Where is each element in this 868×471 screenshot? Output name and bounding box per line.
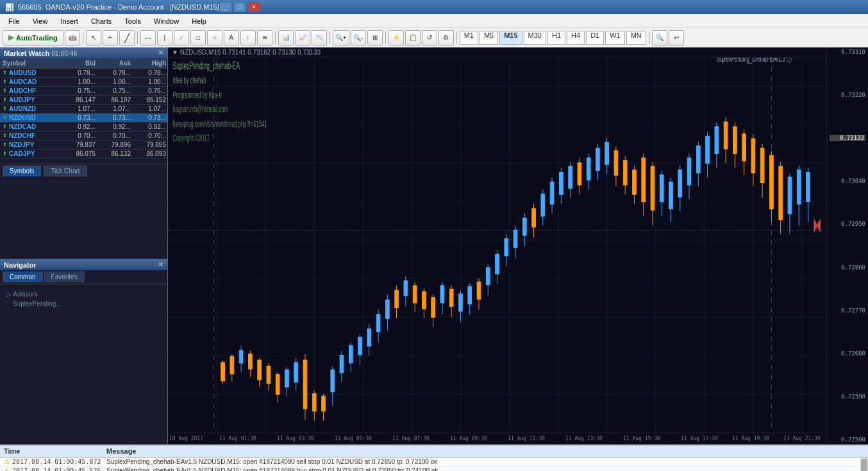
market-watch-row-audcad[interactable]: ⬆AUDCAD 1.00... 1.00... 1.00... 0.99 [0,78,167,87]
auto-trading-button[interactable]: ▶ AutoTrading [3,30,63,46]
market-watch-row-audchf[interactable]: ⬆AUDCHF 0.75... 0.75... 0.75... 0.75 [0,87,167,96]
toolbar-fib-btn[interactable]: ≋ [257,30,272,46]
toolbar-sep-3 [275,31,276,44]
toolbar-cursor-btn[interactable]: ↖ [86,30,101,46]
nav-tab-favorites[interactable]: Favorites [44,271,85,282]
toolbar-sep-5 [385,31,386,44]
toolbar-candles-btn[interactable]: 📊 [278,30,294,46]
menu-view[interactable]: View [27,15,54,27]
col-high: High [131,60,166,67]
toolbar-text-btn[interactable]: A [224,30,239,46]
timeframe-h4[interactable]: H4 [567,31,585,45]
mw-tab-symbols[interactable]: Symbols [3,166,41,176]
col-symbol: Symbol [3,60,60,67]
svg-rect-131 [696,146,700,173]
toolbar-trendline-btn[interactable]: ⟋ [174,30,189,46]
menu-help[interactable]: Help [186,15,212,27]
timeframe-mn[interactable]: MN [626,31,646,45]
menu-file[interactable]: File [3,15,26,27]
market-watch-row-nzdjpy[interactable]: ⬆NZDJPY 79.837 79.896 79.855 79.6 [0,141,167,150]
timeframe-m1[interactable]: M1 [460,31,478,45]
minimize-button[interactable]: _ [219,2,232,12]
toolbar-search-btn[interactable]: 🔍 [652,30,667,46]
toolbar-line-chart-btn[interactable]: 📉 [312,30,327,46]
nav-item[interactable]: ▷ Advisors [5,289,162,299]
timeframe-w1[interactable]: W1 [605,31,625,45]
svg-rect-103 [569,167,572,189]
log-header: Time Message [0,445,868,458]
navigator-close[interactable]: ✕ [158,261,163,269]
market-watch-row-audnzd[interactable]: ⬆AUDNZD 1.07... 1.07... 1.07... 1.07 [0,105,167,114]
toolbar-rect-btn[interactable]: □ [190,30,206,46]
symbol-high: 79.855 [131,141,166,148]
svg-rect-51 [331,370,335,392]
market-watch-row-audusd[interactable]: ⬆AUDUSD 0.78... 0.78... 0.78... 0.78 [0,69,167,78]
svg-rect-61 [376,314,380,331]
market-watch-row-nzdcad[interactable]: ⬆NZDCAD 0.92... 0.92... 0.92... 0.92 [0,123,167,132]
menubar: File View Insert Charts Tools Window Hel… [0,14,868,28]
market-watch-row-nzdusd[interactable]: ⬆NZDUSD 0.73... 0.73... 0.73... 0.72 [0,114,167,123]
maximize-button[interactable]: □ [233,2,246,12]
svg-rect-139 [733,127,737,153]
timeframe-h1[interactable]: H1 [547,31,565,45]
symbol-high: 0.75... [131,87,166,94]
toolbar-line-btn[interactable]: ╱ [119,30,135,46]
log-scrollbar-thumb[interactable] [861,459,867,471]
toolbar-templates-btn[interactable]: 📋 [405,30,421,46]
timeframe-d1[interactable]: D1 [586,31,604,45]
col-ask: Ask [96,60,131,67]
timeframe-m15[interactable]: M15 [499,31,522,45]
menu-charts[interactable]: Charts [85,15,117,27]
symbol-ask: 1.07... [96,105,131,112]
toolbar-vline-btn[interactable]: | [157,30,172,46]
menu-window[interactable]: Window [148,15,185,27]
timeframe-m5[interactable]: M5 [480,31,498,45]
toolbar-indicators-btn[interactable]: ⚡ [388,30,404,46]
app-icon: 📊 [5,3,14,12]
window-controls: _ □ ✕ [219,2,260,12]
toolbar-robot-btn[interactable]: 🤖 [65,30,80,46]
menu-tools[interactable]: Tools [119,15,147,27]
svg-rect-65 [395,291,399,307]
market-watch-row-audjpy[interactable]: ⬆AUDJPY 86.147 86.197 86.152 86.0 [0,96,167,105]
timeframe-m30[interactable]: M30 [524,31,546,45]
toolbar-arrow-btn[interactable]: ↑ [240,30,256,46]
toolbar-fit-btn[interactable]: ⊞ [367,30,383,46]
navigator-content: ▷ Advisors SuplexPending... [0,284,167,444]
svg-rect-95 [532,209,536,227]
symbol-bid: 0.78... [60,69,96,76]
toolbar-add-btn[interactable]: + [103,30,118,46]
market-watch-row-cadjpy[interactable]: ⬆CADJPY 86.075 86.132 86.093 85.9 [0,150,167,158]
close-button[interactable]: ✕ [247,2,260,12]
time-9: 11 Aug 17:30 [681,436,718,441]
nav-item-ea[interactable]: SuplexPending... [5,299,162,309]
toolbar-ellipse-btn[interactable]: ○ [207,30,222,46]
symbol-name: ⬆NZDCAD [3,123,60,130]
svg-rect-41 [285,370,289,387]
chart-container[interactable]: SuplexPending_chehab-EA Idea by chehab P… [168,47,868,444]
toolbar-zoomin-btn[interactable]: 🔍+ [333,30,349,46]
nav-tab-common[interactable]: Common [3,271,43,282]
menu-insert[interactable]: Insert [54,15,84,27]
svg-rect-115 [623,160,627,185]
svg-rect-155 [806,173,810,201]
svg-rect-31 [239,351,243,363]
symbol-ask: 86.132 [96,150,131,157]
toolbar-refresh-btn[interactable]: ↺ [422,30,437,46]
toolbar-props-btn[interactable]: ⚙ [438,30,454,46]
svg-rect-45 [303,361,307,409]
symbol-bid: 0.73... [60,114,96,121]
price-5: 0.72860 [830,264,865,271]
toolbar-hline-btn[interactable]: — [140,30,156,46]
toolbar-sep-6 [456,31,457,44]
svg-rect-141 [742,134,746,160]
price-current: 0.73133 [830,135,865,141]
toolbar-bars-btn[interactable]: 📈 [295,30,310,46]
market-watch-row-nzdchf[interactable]: ⬆NZDCHF 0.70... 0.70... 0.70... 0.70 [0,132,167,141]
log-scrollbar[interactable] [860,458,868,471]
toolbar-zoomout-btn[interactable]: 🔍- [351,30,366,46]
market-watch-close[interactable]: ✕ [158,49,163,57]
mw-tab-tick-chart[interactable]: Tick Chart [44,166,87,176]
toolbar-back-btn[interactable]: ↩ [669,30,684,46]
log-col-time: Time [4,447,106,455]
